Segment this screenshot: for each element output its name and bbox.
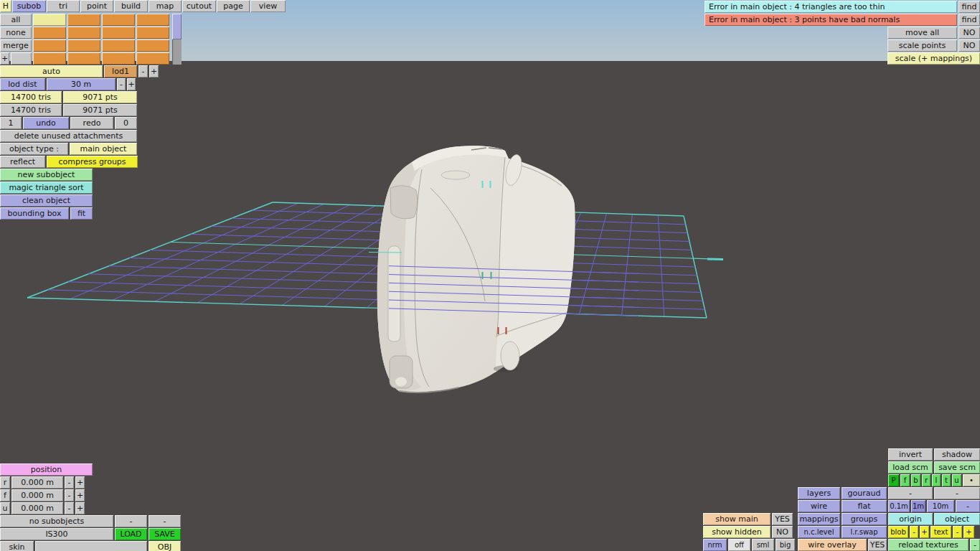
palette-blank-button[interactable]: [11, 52, 32, 65]
show-main-button[interactable]: show main: [703, 513, 771, 525]
scale-points-toggle[interactable]: NO: [958, 39, 980, 52]
object-button[interactable]: object: [934, 513, 980, 525]
subobjects-status[interactable]: no subobjects: [0, 515, 113, 527]
palette-cell[interactable]: [33, 27, 66, 39]
palette-cell[interactable]: [67, 27, 100, 39]
wire-overlay-button[interactable]: wire overlay: [798, 539, 867, 551]
move-all-button[interactable]: move all: [887, 27, 957, 39]
error-find-button-1[interactable]: find: [958, 1, 980, 13]
text-minus-button[interactable]: -: [953, 526, 962, 538]
view-dot-button[interactable]: •: [963, 474, 980, 486]
palette-cell[interactable]: [67, 52, 100, 65]
reflect-button[interactable]: reflect: [0, 156, 45, 168]
blob-minus-button[interactable]: -: [910, 526, 918, 538]
move-all-toggle[interactable]: NO: [958, 27, 980, 39]
load-button[interactable]: LOAD: [115, 528, 147, 540]
shadow-button[interactable]: shadow: [934, 448, 980, 461]
nrm-button[interactable]: nrm: [703, 539, 727, 551]
magic-triangle-sort-button[interactable]: magic triangle sort: [0, 182, 93, 194]
lod-auto-button[interactable]: auto: [0, 65, 103, 77]
save-button[interactable]: SAVE: [149, 528, 181, 540]
load-scm-button[interactable]: load scm: [888, 461, 933, 474]
grid-01m-button[interactable]: 0.1m: [888, 500, 910, 512]
palette-cell[interactable]: [136, 52, 169, 65]
text-button[interactable]: text: [930, 526, 951, 538]
show-hidden-button[interactable]: show hidden: [703, 526, 771, 538]
axis-u-minus-button[interactable]: -: [65, 502, 74, 514]
flat-button[interactable]: flat: [842, 500, 887, 512]
menu-view[interactable]: view: [250, 0, 286, 12]
obj-format-button[interactable]: OBJ: [149, 541, 181, 551]
delete-unused-attachments-button[interactable]: delete unused attachments: [0, 130, 137, 142]
lod-dist-value[interactable]: 30 m: [47, 78, 116, 90]
view-front-button[interactable]: f: [900, 474, 910, 486]
skin-button[interactable]: skin: [0, 541, 34, 551]
nrm-sml-button[interactable]: sml: [752, 539, 774, 551]
palette-cell[interactable]: [136, 39, 169, 52]
subobject-minus-button-1[interactable]: -: [115, 515, 147, 527]
lod-plus-button[interactable]: +: [149, 65, 159, 77]
axis-f-plus-button[interactable]: +: [75, 489, 85, 501]
axis-u-value[interactable]: 0.000 m: [11, 502, 63, 514]
view-back-button[interactable]: b: [911, 474, 920, 486]
axis-r-value[interactable]: 0.000 m: [11, 476, 63, 489]
car-model[interactable]: [377, 146, 575, 392]
lod-dist-plus-button[interactable]: +: [127, 78, 136, 90]
scale-points-button[interactable]: scale points: [887, 39, 957, 52]
axis-r-plus-button[interactable]: +: [75, 476, 85, 489]
lod-minus-button[interactable]: -: [138, 65, 148, 77]
dash-button-1[interactable]: -: [888, 487, 933, 499]
palette-cell[interactable]: [67, 14, 100, 26]
menu-page[interactable]: page: [217, 0, 250, 12]
axis-u-plus-button[interactable]: +: [75, 502, 85, 514]
lod-dist-minus-button[interactable]: -: [117, 78, 126, 90]
mappings-button[interactable]: mappings: [798, 513, 840, 525]
redo-button[interactable]: redo: [70, 117, 113, 129]
show-main-toggle[interactable]: YES: [772, 513, 793, 525]
menu-tri[interactable]: tri: [47, 0, 80, 12]
scale-mappings-button[interactable]: scale (+ mappings): [887, 52, 980, 65]
grid-10m-button[interactable]: 10m: [927, 500, 954, 512]
origin-button[interactable]: origin: [888, 513, 933, 525]
axis-f-value[interactable]: 0.000 m: [11, 489, 63, 501]
menu-h[interactable]: H: [0, 0, 11, 12]
undo-button[interactable]: undo: [23, 117, 69, 129]
object-type-value[interactable]: main object: [70, 143, 137, 155]
reload-textures-dash-button[interactable]: -: [970, 539, 980, 551]
show-hidden-toggle[interactable]: NO: [772, 526, 793, 538]
save-scm-button[interactable]: save scm: [934, 461, 980, 474]
subobject-minus-button-2[interactable]: -: [149, 515, 181, 527]
viewport-canvas[interactable]: [0, 0, 980, 551]
bounding-box-button[interactable]: bounding box: [0, 207, 69, 220]
blob-button[interactable]: blob: [888, 526, 908, 538]
gouraud-button[interactable]: gouraud: [842, 487, 887, 499]
menu-cutout[interactable]: cutout: [182, 0, 216, 12]
menu-subob[interactable]: subob: [12, 0, 46, 12]
blob-plus-button[interactable]: +: [920, 526, 929, 538]
palette-cell[interactable]: [136, 27, 169, 39]
palette-cell[interactable]: [102, 27, 135, 39]
new-subobject-button[interactable]: new subobject: [0, 169, 93, 181]
palette-cell[interactable]: [102, 14, 135, 26]
grid-1m-button[interactable]: 1m: [911, 500, 925, 512]
layers-button[interactable]: layers: [798, 487, 840, 499]
axis-f-minus-button[interactable]: -: [65, 489, 74, 501]
nrm-big-button[interactable]: big: [776, 539, 795, 551]
groups-button[interactable]: groups: [842, 513, 887, 525]
palette-cell[interactable]: [102, 52, 135, 65]
clean-object-button[interactable]: clean object: [0, 194, 93, 207]
reload-textures-button[interactable]: reload textures: [888, 539, 969, 551]
text-plus-button[interactable]: +: [963, 526, 974, 538]
object-name-field[interactable]: IS300: [0, 528, 113, 540]
compress-groups-button[interactable]: compress groups: [47, 156, 138, 168]
wire-overlay-toggle[interactable]: YES: [868, 539, 887, 551]
view-perspective-button[interactable]: P: [888, 474, 899, 486]
view-right-button[interactable]: r: [922, 474, 930, 486]
palette-cell[interactable]: [33, 52, 66, 65]
palette-cell-selected[interactable]: [33, 14, 66, 26]
invert-button[interactable]: invert: [888, 448, 933, 461]
view-top-button[interactable]: t: [942, 474, 951, 486]
palette-none-button[interactable]: none: [0, 27, 32, 39]
view-under-button[interactable]: u: [952, 474, 961, 486]
fit-button[interactable]: fit: [70, 207, 93, 220]
